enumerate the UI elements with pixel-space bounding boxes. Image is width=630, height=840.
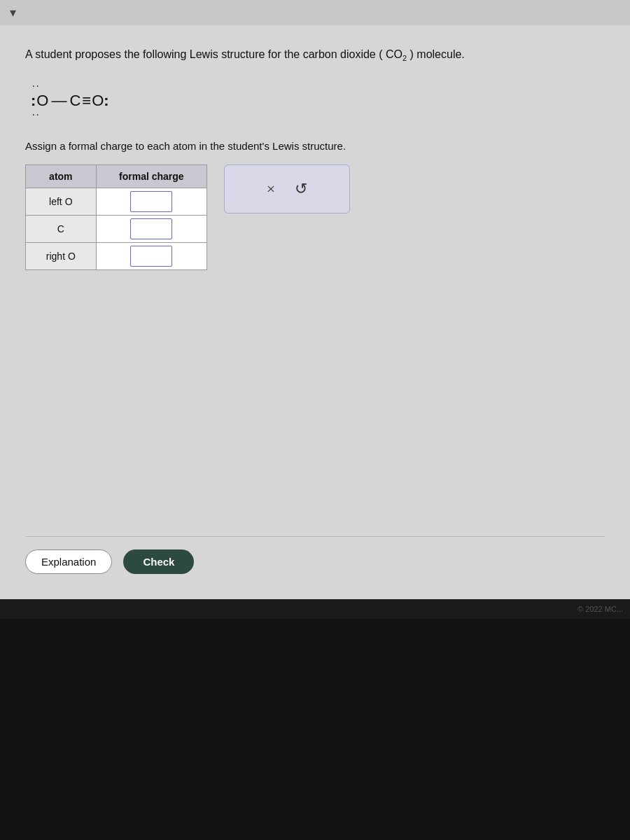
black-section <box>0 619 630 840</box>
table-row: left O <box>26 188 207 215</box>
col-header-charge: formal charge <box>96 164 206 188</box>
question-text-part2: molecule. <box>416 48 464 60</box>
chevron-down-icon[interactable]: ▾ <box>10 5 16 20</box>
charge-input-left-o[interactable] <box>130 191 172 212</box>
co2-formula: CO2 <box>383 48 410 60</box>
dismiss-icon[interactable]: × <box>267 180 275 198</box>
charge-input-cell-c <box>96 215 206 242</box>
triple-bond: ≡ <box>82 93 90 108</box>
table-row: C <box>26 215 207 242</box>
charge-input-right-o[interactable] <box>130 246 172 267</box>
explanation-button[interactable]: Explanation <box>25 550 112 574</box>
question-text: A student proposes the following Lewis s… <box>25 46 605 64</box>
feedback-box: × ↺ <box>224 164 350 214</box>
copyright-bar: © 2022 MC... <box>0 599 630 619</box>
chevron-bar: ▾ <box>0 0 630 25</box>
formula-co: CO <box>386 48 402 60</box>
copyright-text: © 2022 MC... <box>578 605 623 613</box>
dots-bottom: ·· <box>32 110 41 120</box>
atom-right-o: right O <box>26 242 97 270</box>
formula-sub: 2 <box>402 54 407 62</box>
lewis-structure: ·· : O — C ≡ O : ·· <box>31 81 605 120</box>
table-row: right O <box>26 242 207 270</box>
main-panel: A student proposes the following Lewis s… <box>0 25 630 599</box>
col-header-atom: atom <box>26 164 97 188</box>
atom-c: C <box>26 215 97 242</box>
formal-charge-table: atom formal charge left O C <box>25 164 207 270</box>
left-o-atom: O <box>36 93 48 108</box>
lewis-formula-row: : O — C ≡ O : <box>31 93 110 108</box>
app-container: ▾ A student proposes the following Lewis… <box>0 0 630 840</box>
charge-input-c[interactable] <box>130 218 172 239</box>
single-bond: — <box>51 93 66 108</box>
undo-icon[interactable]: ↺ <box>295 180 307 198</box>
charge-input-cell-left-o <box>96 188 206 215</box>
right-o-atom: O <box>92 93 104 108</box>
table-and-feedback: atom formal charge left O C <box>25 164 605 270</box>
bottom-buttons: Explanation Check <box>25 536 605 574</box>
assign-text: Assign a formal charge to each atom in t… <box>25 140 605 152</box>
question-text-part1: A student proposes the following Lewis s… <box>25 48 379 60</box>
c-atom-lewis: C <box>69 93 80 108</box>
right-colon: : <box>104 93 109 108</box>
check-button[interactable]: Check <box>123 550 194 574</box>
atom-left-o: left O <box>26 188 97 215</box>
left-colon: : <box>31 93 36 108</box>
dots-top: ·· <box>32 81 41 92</box>
charge-input-cell-right-o <box>96 242 206 270</box>
